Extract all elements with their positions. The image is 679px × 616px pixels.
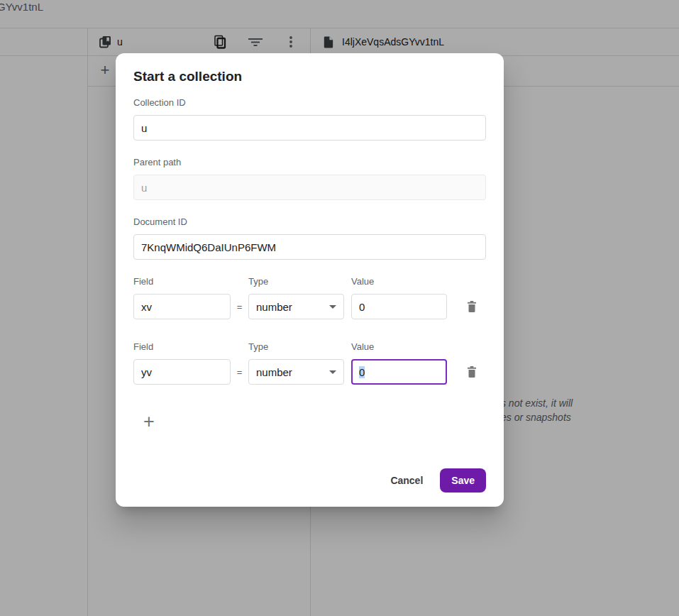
value-label: Value [351, 276, 374, 287]
field-labels-row: Field Type Value [133, 276, 486, 287]
type-label: Type [248, 276, 351, 287]
collection-id-label: Collection ID [133, 97, 486, 109]
field-type-value: number [256, 366, 292, 378]
equals-sign: = [231, 302, 248, 312]
delete-field-button[interactable] [463, 363, 481, 381]
parent-path-input [133, 175, 486, 200]
chevron-down-icon [329, 370, 336, 374]
delete-field-button[interactable] [463, 297, 481, 316]
start-collection-dialog: Start a collection Collection ID Parent … [116, 53, 504, 507]
field-type-select[interactable]: number [248, 294, 344, 319]
field-type-value: number [256, 301, 292, 313]
trash-icon [465, 365, 479, 379]
field-row: = number [133, 294, 486, 319]
field-labels-row: Field Type Value [133, 341, 486, 353]
chevron-down-icon [329, 305, 336, 309]
field-row: = number 0 [133, 359, 486, 385]
field-label: Field [133, 341, 248, 353]
field-value-input-focused[interactable]: 0 [351, 359, 447, 385]
value-label: Value [351, 341, 374, 353]
parent-path-label: Parent path [133, 157, 486, 168]
add-field-button[interactable]: + [135, 407, 163, 436]
field-label: Field [133, 276, 248, 287]
field-name-input[interactable] [133, 359, 231, 385]
equals-sign: = [231, 367, 248, 378]
selected-text: 0 [359, 366, 365, 378]
document-id-label: Document ID [133, 216, 486, 228]
collection-id-input[interactable] [133, 115, 486, 141]
dialog-footer: Cancel Save [133, 468, 486, 493]
field-value-input[interactable] [351, 294, 447, 319]
type-label: Type [248, 341, 351, 353]
save-button[interactable]: Save [440, 468, 486, 493]
cancel-button[interactable]: Cancel [382, 469, 431, 492]
field-type-select[interactable]: number [248, 359, 344, 385]
document-id-input[interactable] [133, 234, 486, 260]
dialog-title: Start a collection [133, 68, 486, 85]
field-name-input[interactable] [133, 294, 231, 319]
trash-icon [465, 299, 479, 314]
